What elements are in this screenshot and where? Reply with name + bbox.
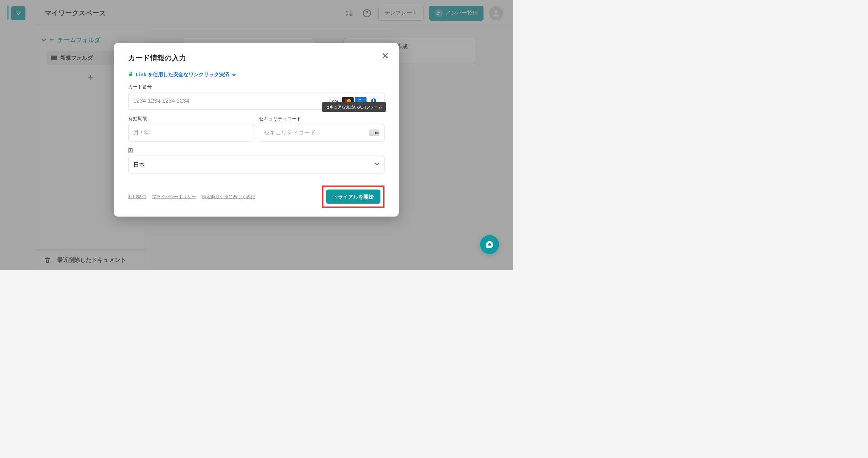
chevron-down-icon bbox=[232, 72, 236, 77]
link-one-click-row[interactable]: Link を使用した安全なワンクリック決済 bbox=[128, 71, 384, 78]
cvc-input[interactable] bbox=[264, 129, 369, 136]
expiry-input[interactable] bbox=[133, 129, 249, 136]
cvc-label: セキュリティコード bbox=[259, 116, 384, 122]
country-value: 日本 bbox=[133, 161, 145, 168]
cvc-field[interactable]: 135 bbox=[259, 124, 384, 142]
expiry-field[interactable] bbox=[128, 124, 254, 142]
svg-rect-11 bbox=[129, 74, 132, 76]
terms-link[interactable]: 利用規約 bbox=[128, 194, 146, 200]
modal-title: カード情報の入力 bbox=[128, 53, 384, 63]
start-trial-highlight: トライアルを開始 bbox=[322, 186, 384, 208]
start-trial-button[interactable]: トライアルを開始 bbox=[326, 190, 380, 204]
tokusho-link[interactable]: 特定商取引法に基づく表記 bbox=[202, 194, 255, 200]
lock-icon bbox=[128, 71, 133, 78]
chat-icon bbox=[485, 240, 494, 249]
svg-point-16 bbox=[488, 243, 491, 246]
card-number-label: カード番号 bbox=[128, 84, 384, 90]
close-icon bbox=[381, 52, 389, 60]
card-number-input[interactable] bbox=[133, 98, 329, 104]
secure-frame-tooltip: セキュアな支払い入力フレーム bbox=[322, 102, 386, 112]
privacy-link[interactable]: プライバシーポリシー bbox=[152, 194, 196, 200]
country-select[interactable]: 日本 bbox=[128, 156, 384, 173]
expiry-label: 有効期限 bbox=[128, 116, 254, 122]
close-button[interactable] bbox=[381, 52, 389, 61]
cvc-card-icon: 135 bbox=[369, 129, 379, 136]
chat-fab[interactable] bbox=[480, 235, 499, 254]
chevron-down-icon bbox=[375, 161, 379, 168]
payment-modal: カード情報の入力 Link を使用した安全なワンクリック決済 カード番号 VIS… bbox=[114, 43, 399, 217]
country-label: 国 bbox=[128, 148, 384, 154]
link-one-click-label: Link を使用した安全なワンクリック決済 bbox=[136, 71, 229, 78]
